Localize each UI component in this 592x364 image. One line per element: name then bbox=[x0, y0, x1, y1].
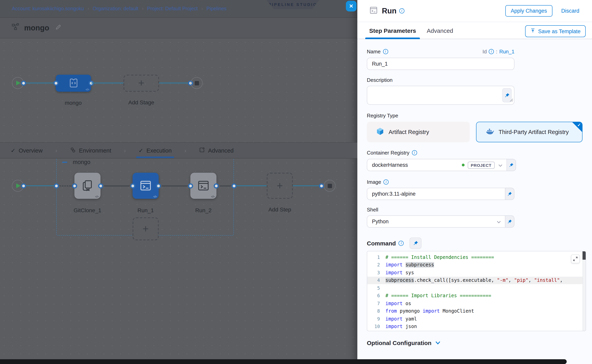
description-textarea[interactable] bbox=[367, 86, 514, 105]
code-line[interactable]: 10import json bbox=[367, 323, 586, 330]
panel-title: Run bbox=[382, 6, 397, 15]
add-step-node[interactable]: + bbox=[267, 173, 293, 199]
line-number: 5 bbox=[367, 285, 380, 291]
chevron-right-icon: › bbox=[124, 147, 126, 154]
check-icon: ✓ bbox=[577, 123, 581, 128]
code-line[interactable]: 1# ====== Install Dependencies ======== bbox=[367, 253, 586, 261]
breadcrumb-project[interactable]: Project: Default Project bbox=[147, 6, 198, 12]
container-registry-select[interactable]: PROJECT bbox=[367, 159, 507, 171]
chevron-down-icon[interactable] bbox=[498, 162, 503, 169]
plus-icon: + bbox=[138, 78, 144, 88]
step-label-run-1[interactable]: Run_1 bbox=[137, 207, 154, 214]
optional-configuration-toggle[interactable]: Optional Configuration bbox=[367, 339, 583, 346]
step-label-run-2[interactable]: Run_2 bbox=[195, 207, 212, 214]
registry-type-label: Registry Type bbox=[367, 113, 583, 118]
artifact-registry-icon bbox=[376, 127, 384, 137]
code-badge: </> bbox=[95, 195, 99, 198]
pin-button[interactable] bbox=[505, 188, 514, 200]
apply-changes-button[interactable]: Apply Changes bbox=[505, 5, 552, 17]
step-id-value[interactable]: Run_1 bbox=[499, 49, 514, 55]
stage-group-label[interactable]: mongo bbox=[73, 159, 90, 165]
save-template-icon bbox=[530, 28, 535, 34]
add-step-label[interactable]: Add Step bbox=[268, 206, 291, 213]
resize-handle[interactable] bbox=[510, 97, 513, 104]
shell-select[interactable]: Python bbox=[367, 215, 505, 228]
info-icon[interactable]: i bbox=[489, 49, 494, 54]
pin-button[interactable] bbox=[507, 159, 516, 171]
discard-button[interactable]: Discard bbox=[561, 8, 579, 14]
breadcrumb-account[interactable]: Account: kurosakiichigo.songoku bbox=[12, 6, 84, 12]
step-config-panel: Run i Apply Changes Discard Step Paramet… bbox=[357, 0, 592, 364]
line-number: 4 bbox=[367, 278, 380, 283]
save-as-template-button[interactable]: Save as Template bbox=[525, 25, 586, 37]
code-badge: </> bbox=[153, 195, 157, 198]
stage-label[interactable]: mongo bbox=[65, 100, 82, 106]
container-registry-label: Container Registry i bbox=[367, 150, 583, 155]
tab-advanced-panel[interactable]: Advanced bbox=[427, 27, 453, 34]
breadcrumb-separator-icon: › bbox=[87, 6, 89, 12]
execution-canvas: mongo </> GitClone_1 bbox=[0, 142, 357, 359]
collapse-minus-icon[interactable] bbox=[62, 162, 67, 163]
code-line[interactable]: 7import os bbox=[367, 299, 586, 307]
stage-node-mongo[interactable]: </> bbox=[56, 74, 91, 91]
execution-end-node bbox=[324, 180, 336, 192]
info-icon[interactable]: i bbox=[412, 150, 417, 155]
edge-connector bbox=[54, 81, 59, 86]
code-line[interactable]: 4subprocess.check_call([sys.executable, … bbox=[367, 276, 586, 284]
edge bbox=[91, 82, 123, 83]
code-line[interactable]: 6# ====== Import Libraries =========== bbox=[367, 292, 586, 299]
add-stage-node[interactable]: + bbox=[123, 74, 159, 91]
pin-button[interactable] bbox=[505, 215, 514, 228]
environment-icon bbox=[70, 147, 76, 154]
edge bbox=[236, 185, 267, 186]
info-icon[interactable]: i bbox=[383, 179, 389, 184]
image-value[interactable] bbox=[372, 191, 501, 197]
edge bbox=[23, 82, 56, 83]
step-id: Id i : Run_1 bbox=[482, 49, 514, 55]
chevron-down-icon[interactable] bbox=[497, 218, 501, 225]
step-node-run-2[interactable]: </> bbox=[190, 173, 216, 199]
tab-advanced[interactable]: Advanced bbox=[199, 147, 234, 154]
name-input[interactable] bbox=[367, 58, 514, 70]
code-line[interactable]: 8from pymongo import MongoClient bbox=[367, 307, 586, 315]
info-icon[interactable]: i bbox=[399, 240, 404, 246]
step-node-run-1-selected[interactable]: </> bbox=[133, 173, 159, 199]
panel-header: Run i Apply Changes Discard bbox=[357, 0, 592, 22]
horizontal-scrollbar[interactable] bbox=[0, 359, 567, 364]
stop-icon bbox=[195, 81, 199, 85]
close-drawer-button[interactable]: ✕ bbox=[346, 1, 357, 12]
image-label: Image i bbox=[367, 179, 583, 185]
registry-option-third-party[interactable]: Third-Party Artifact Registry ✓ bbox=[476, 122, 583, 142]
edge-dotted bbox=[218, 185, 232, 186]
line-number: 8 bbox=[367, 308, 380, 314]
edge-connector bbox=[231, 183, 237, 188]
add-parallel-step-node[interactable]: + bbox=[133, 217, 159, 240]
tab-execution[interactable]: ✓ Execution bbox=[139, 147, 172, 154]
pipeline-title-bar: mongo VISUAL YAML bbox=[0, 18, 357, 38]
edge-dotted bbox=[59, 185, 72, 186]
container-registry-value[interactable] bbox=[372, 162, 462, 168]
expand-editor-button[interactable] bbox=[571, 254, 580, 263]
pipeline-studio-badge: PIPELINE STUDIO bbox=[266, 0, 319, 9]
editor-scrollbar-track[interactable] bbox=[583, 251, 586, 331]
tab-overview[interactable]: ✓ Overview bbox=[11, 147, 42, 154]
add-stage-label[interactable]: Add Stage bbox=[128, 99, 154, 105]
info-icon[interactable]: i bbox=[383, 49, 388, 54]
code-line[interactable]: 5 bbox=[367, 284, 586, 292]
code-line[interactable]: 3import sys bbox=[367, 269, 586, 276]
command-code-editor[interactable]: 1# ====== Install Dependencies ========2… bbox=[367, 251, 586, 331]
code-line[interactable]: 9import yaml bbox=[367, 315, 586, 323]
registry-option-artifact[interactable]: Artifact Registry bbox=[367, 122, 470, 142]
image-field[interactable] bbox=[367, 188, 505, 200]
code-line[interactable]: 2import subprocess bbox=[367, 261, 586, 269]
info-icon[interactable]: i bbox=[399, 8, 404, 13]
step-node-gitclone-1[interactable]: </> bbox=[74, 173, 101, 199]
pin-button[interactable] bbox=[410, 238, 422, 249]
breadcrumb-pipelines[interactable]: Pipelines bbox=[207, 6, 227, 12]
breadcrumb-organization[interactable]: Organization: default bbox=[93, 6, 138, 12]
editor-scrollbar-thumb[interactable] bbox=[583, 251, 586, 260]
tab-environment[interactable]: Environment bbox=[70, 147, 111, 154]
tab-step-parameters[interactable]: Step Parameters bbox=[369, 27, 416, 34]
edit-pencil-icon[interactable] bbox=[55, 24, 61, 32]
step-label-gitclone-1[interactable]: GitClone_1 bbox=[74, 207, 101, 214]
